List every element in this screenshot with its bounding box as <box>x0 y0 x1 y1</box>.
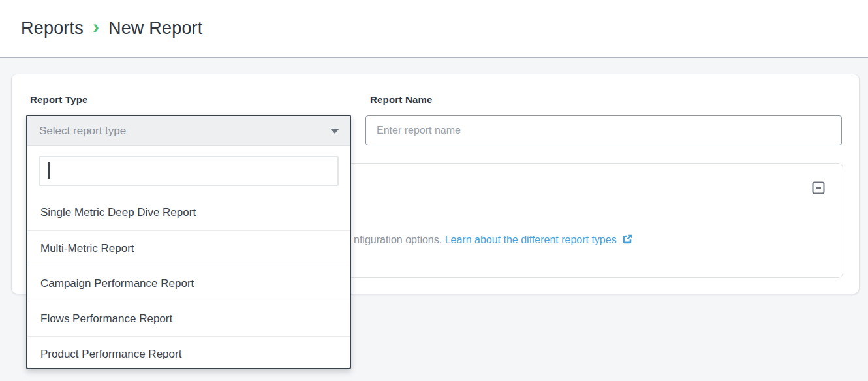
option-product-performance[interactable]: Product Performance Report <box>27 336 350 368</box>
report-name-label: Report Name <box>370 94 433 105</box>
option-multi-metric[interactable]: Multi-Metric Report <box>27 230 350 266</box>
page-header: Reports › New Report <box>0 0 868 58</box>
caret-down-icon <box>330 129 339 134</box>
report-type-label: Report Type <box>30 94 88 105</box>
report-type-dropdown: Select report type Single Metric Deep Di… <box>26 115 351 369</box>
report-type-help-text: nfiguration options. Learn about the dif… <box>354 232 633 250</box>
option-flows-performance[interactable]: Flows Performance Report <box>27 301 350 336</box>
report-type-select[interactable]: Select report type <box>27 116 350 146</box>
option-campaign-performance[interactable]: Campaign Performance Report <box>27 266 350 301</box>
breadcrumb-current-new-report: New Report <box>108 18 203 38</box>
chevron-right-icon: › <box>93 17 99 37</box>
minus-square-icon <box>812 187 825 196</box>
breadcrumb-link-reports[interactable]: Reports <box>21 18 84 38</box>
dropdown-search-input[interactable] <box>39 156 339 186</box>
report-type-options-list: Single Metric Deep Dive Report Multi-Met… <box>27 195 350 368</box>
help-text-fragment: nfiguration options. <box>354 234 445 245</box>
learn-report-types-link[interactable]: Learn about the different report types <box>445 234 617 245</box>
report-name-input[interactable] <box>365 115 842 145</box>
text-cursor <box>48 162 50 179</box>
dropdown-search-wrap <box>39 156 339 186</box>
option-single-metric-deep-dive[interactable]: Single Metric Deep Dive Report <box>27 195 350 230</box>
external-link-icon <box>621 234 633 250</box>
page: Reports › New Report Report Type Report … <box>0 0 868 381</box>
report-type-select-placeholder: Select report type <box>39 125 330 138</box>
collapse-panel-button[interactable] <box>812 181 825 194</box>
breadcrumb: Reports › New Report <box>21 0 203 57</box>
